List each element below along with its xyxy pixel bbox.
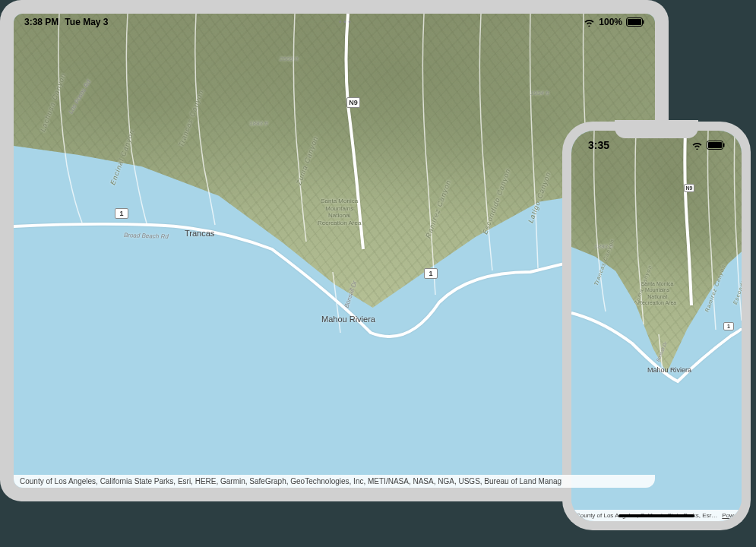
- park-label: Santa Monica Mountains National Recreati…: [638, 281, 676, 307]
- park-line: Santa Monica: [641, 281, 674, 286]
- status-right: [691, 141, 725, 150]
- route-shield: 1: [115, 208, 128, 219]
- svg-rect-5: [723, 144, 725, 147]
- battery-icon: [626, 17, 644, 27]
- place-label: Mahou Riviera: [321, 315, 375, 324]
- iphone-notch: [615, 120, 698, 138]
- ipad-attribution: County of Los Angeles, California State …: [14, 475, 655, 488]
- park-line: Santa Monica: [321, 198, 358, 204]
- minor-roads: [14, 14, 655, 488]
- park-line: Mountains: [325, 205, 353, 212]
- wifi-icon: [691, 141, 703, 150]
- multitask-dots[interactable]: •••: [109, 18, 584, 26]
- elevation-label: 1893 ft: [249, 120, 267, 127]
- status-date: Tue May 3: [65, 17, 108, 27]
- elevation-label: 1934 ft: [530, 90, 549, 96]
- route-shield: 1: [723, 322, 734, 330]
- route-shield: N9: [346, 97, 360, 108]
- iphone-screen: 3:35: [571, 131, 742, 521]
- home-indicator[interactable]: [618, 514, 694, 517]
- minor-roads: [571, 131, 742, 521]
- park-line: National: [328, 212, 350, 219]
- place-label: Trancas: [185, 229, 214, 238]
- park-line: National: [647, 294, 667, 299]
- park-line: Mountains: [645, 287, 669, 292]
- park-label: Santa Monica Mountains National Recreati…: [318, 198, 361, 226]
- ipad-screen: 3:38 PM Tue May 3 ••• 100%: [14, 14, 655, 488]
- route-shield: 1: [424, 268, 438, 279]
- svg-rect-1: [628, 19, 641, 25]
- powered-by-esri[interactable]: Powered by Esri: [722, 512, 742, 519]
- route-shield: N9: [684, 184, 694, 192]
- ipad-map[interactable]: 2509 ft 1893 ft 1934 ft Lachusa Canyon E…: [14, 14, 655, 488]
- wifi-icon: [584, 18, 595, 27]
- battery-percent: 100%: [599, 17, 622, 27]
- svg-rect-4: [708, 142, 722, 148]
- svg-rect-2: [643, 21, 644, 24]
- status-time: 3:35: [588, 139, 609, 151]
- status-right: 100%: [584, 17, 644, 27]
- elevation-label: 2509 ft: [280, 55, 298, 62]
- battery-icon: [707, 141, 725, 150]
- place-label: Mahou Riviera: [647, 366, 691, 374]
- park-line: Recreation Area: [318, 220, 361, 226]
- park-line: Recreation Area: [638, 300, 676, 305]
- status-left: 3:38 PM Tue May 3: [24, 17, 109, 27]
- ipad-status-bar: 3:38 PM Tue May 3 ••• 100%: [14, 14, 655, 30]
- status-time: 3:38 PM: [24, 17, 59, 27]
- iphone-device: 3:35: [562, 122, 751, 530]
- iphone-map[interactable]: 1893 ft Trancas Canyon Zuma Canyon Ramir…: [571, 131, 742, 521]
